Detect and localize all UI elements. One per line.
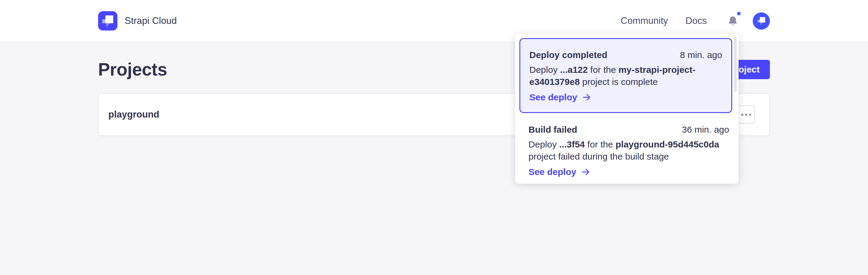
header-nav: Community Docs (621, 12, 770, 30)
body-text-segment: Deploy (528, 139, 559, 149)
project-more-options-button[interactable] (737, 106, 755, 123)
ellipsis-icon (741, 114, 751, 116)
page-title: Projects (98, 59, 167, 80)
nav-docs-link[interactable]: Docs (685, 16, 707, 26)
strapi-avatar-icon (755, 14, 768, 28)
body-text-segment: Deploy (529, 65, 560, 75)
notification-head: Deploy completed 8 min. ago (529, 50, 722, 60)
strapi-logo-icon (98, 11, 117, 30)
notification-title: Deploy completed (529, 50, 607, 60)
arrow-right-icon (581, 167, 591, 177)
body-text-segment: project failed during the build stage (528, 152, 669, 161)
see-deploy-label: See deploy (529, 92, 577, 103)
see-deploy-link[interactable]: See deploy (528, 167, 591, 177)
brand-home-link[interactable]: Strapi Cloud (98, 11, 177, 30)
notification-body: Deploy ...3f54 for the playground-95d445… (528, 138, 728, 163)
notification-body: Deploy ...a122 for the my-strapi-project… (529, 64, 722, 88)
body-text-segment: for the (585, 139, 616, 149)
unread-notification-dot (737, 12, 741, 16)
body-text-segment: project is complete (580, 77, 658, 87)
notification-item-build-failed[interactable]: Build failed 36 min. ago Deploy ...3f54 … (519, 125, 732, 178)
see-deploy-label: See deploy (528, 167, 576, 177)
notification-head: Build failed 36 min. ago (528, 125, 729, 135)
notifications-button[interactable] (727, 14, 739, 28)
body-text-segment: for the (588, 65, 618, 75)
arrow-right-icon (582, 92, 592, 102)
nav-community-link[interactable]: Community (621, 16, 668, 26)
notification-timestamp: 8 min. ago (680, 50, 722, 60)
bell-icon (728, 15, 738, 27)
deploy-id: ...3f54 (559, 139, 585, 149)
project-id: playground-95d445c0da (616, 139, 719, 149)
brand-name: Strapi Cloud (125, 16, 177, 26)
user-avatar[interactable] (753, 12, 770, 30)
notification-title: Build failed (528, 125, 577, 135)
panel-scrollbar-thumb[interactable] (734, 37, 737, 92)
page: Strapi Cloud Community Docs (0, 0, 868, 275)
see-deploy-link[interactable]: See deploy (529, 92, 592, 103)
notification-item-deploy-completed[interactable]: Deploy completed 8 min. ago Deploy ...a1… (519, 38, 732, 113)
notification-timestamp: 36 min. ago (682, 125, 729, 135)
deploy-id: ...a122 (560, 65, 588, 75)
notifications-panel: Deploy completed 8 min. ago Deploy ...a1… (515, 34, 739, 184)
project-name: playground (108, 109, 159, 120)
